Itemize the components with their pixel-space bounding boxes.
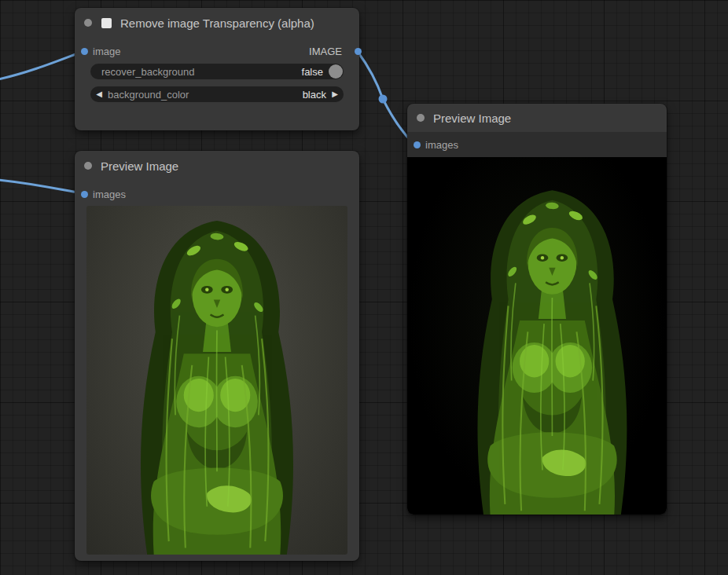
input-slot-images[interactable] (414, 141, 421, 148)
output-slot-image[interactable] (355, 48, 362, 55)
widget-value: false (302, 66, 323, 78)
widget-background-color[interactable]: ◀ background_color black ▶ (90, 86, 344, 102)
combo-right-arrow-icon[interactable]: ▶ (326, 86, 344, 102)
node-status-dot (84, 162, 92, 170)
toggle-knob-icon[interactable] (329, 64, 343, 79)
combo-left-arrow-icon[interactable]: ◀ (90, 86, 108, 102)
link-midpoint-dot (379, 95, 388, 104)
collapse-box-icon[interactable] (101, 18, 112, 28)
preview-image-left (86, 206, 347, 555)
node-header[interactable]: Preview Image (75, 151, 359, 181)
node-preview-image-left[interactable]: Preview Image images (75, 151, 359, 561)
widget-label: recover_background (101, 66, 195, 78)
output-slot-label: IMAGE (309, 46, 342, 57)
node-header[interactable]: Preview Image (407, 104, 667, 132)
node-preview-image-right[interactable]: Preview Image images (407, 104, 667, 515)
input-slot-image[interactable] (81, 48, 88, 55)
node-title: Preview Image (433, 112, 511, 125)
node-title: Remove image Transparency (alpha) (120, 16, 314, 30)
node-status-dot (84, 19, 92, 27)
input-slot-label: image (93, 46, 120, 57)
widget-recover-background[interactable]: recover_background false (90, 64, 344, 79)
node-title: Preview Image (101, 159, 178, 173)
node-header[interactable]: Remove image Transparency (alpha) (75, 8, 359, 38)
input-slot-label: images (425, 139, 458, 151)
node-status-dot (417, 114, 425, 122)
widget-value: black (303, 89, 326, 101)
input-slot-images[interactable] (81, 191, 88, 198)
node-remove-image-transparency[interactable]: Remove image Transparency (alpha) image … (75, 8, 359, 130)
preview-image-right (407, 157, 667, 515)
input-slot-label: images (93, 189, 126, 200)
widget-label: background_color (108, 89, 189, 101)
